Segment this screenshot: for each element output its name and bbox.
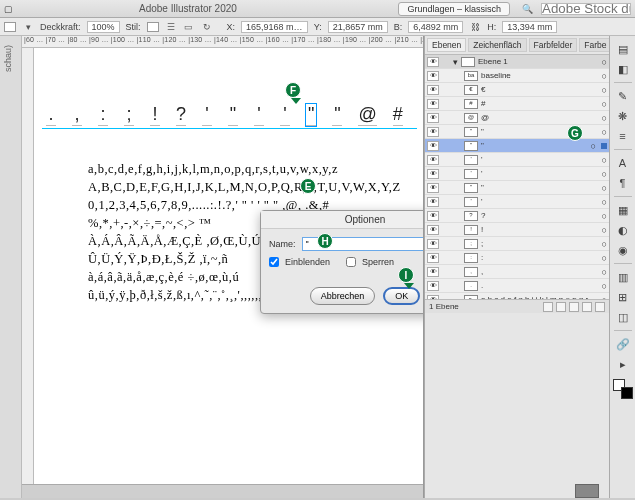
text-line[interactable]: A,B,C,D,E,F,G,H,I,J,K,L,M,N,O,P,Q,R,S,T,… [88, 180, 401, 195]
target-icon[interactable]: ○ [602, 169, 607, 179]
glyph-cell[interactable]: ! [150, 104, 160, 126]
layer-name[interactable]: : [481, 253, 599, 262]
layer-name[interactable]: ' [481, 155, 599, 164]
layer-name[interactable]: ! [481, 225, 599, 234]
layer-row[interactable]: 👁€€○ [425, 83, 609, 97]
layer-name[interactable]: ' [481, 169, 599, 178]
tab-swatches[interactable]: Farbfelder [529, 38, 578, 52]
layer-row[interactable]: 👁..○ [425, 279, 609, 293]
visibility-icon[interactable]: 👁 [427, 71, 439, 81]
visibility-icon[interactable]: 👁 [427, 85, 439, 95]
layer-name[interactable]: . [481, 281, 599, 290]
target-icon[interactable]: ○ [602, 239, 607, 249]
opacity-value[interactable]: 100% [87, 21, 120, 33]
target-icon[interactable]: ○ [602, 85, 607, 95]
stroke-icon[interactable]: ≡ [613, 127, 633, 145]
layer-name[interactable]: ' [481, 197, 599, 206]
w-value[interactable]: 6,4892 mm [408, 21, 463, 33]
stock-search-input[interactable] [541, 3, 631, 15]
layer-row[interactable]: 👁,,○ [425, 265, 609, 279]
tab-artboards[interactable]: Zeichenfläch [468, 38, 526, 52]
canvas[interactable]: |60 … |70 … |80 … |90 … |100 … |110 … |1… [22, 36, 424, 498]
target-icon[interactable]: ○ [602, 113, 607, 123]
target-icon[interactable]: ○ [602, 281, 607, 291]
visibility-icon[interactable]: 👁 [427, 281, 439, 291]
visibility-icon[interactable]: 👁 [427, 141, 439, 151]
transform-icon[interactable]: ↻ [201, 21, 213, 33]
locate-icon[interactable] [543, 302, 553, 312]
ok-button[interactable]: OK [383, 287, 420, 305]
text-line[interactable]: à,á,â,ã,ä,å,æ,ç,è,é ÷,ø,œ,ù,ú [88, 270, 239, 285]
links-icon[interactable]: 🔗 [613, 335, 633, 353]
layer-row[interactable]: 👁::○ [425, 251, 609, 265]
target-icon[interactable]: ○ [602, 155, 607, 165]
actions-icon[interactable]: ▸ [613, 355, 633, 373]
document-tab-label[interactable]: schau) [3, 45, 13, 72]
glyph-cell[interactable]: " [228, 104, 238, 126]
type-icon[interactable]: A [613, 154, 633, 172]
target-icon[interactable]: ○ [602, 197, 607, 207]
visibility-icon[interactable]: 👁 [427, 253, 439, 263]
chevron-down-icon[interactable]: ▾ [22, 21, 34, 33]
new-layer-icon[interactable] [569, 302, 579, 312]
glyph-cell[interactable]: . [46, 104, 56, 126]
color-icon[interactable]: ◧ [613, 60, 633, 78]
layer-row[interactable]: 👁@@○ [425, 111, 609, 125]
visibility-icon[interactable]: 👁 [427, 99, 439, 109]
visibility-icon[interactable]: 👁 [427, 225, 439, 235]
new-layer2-icon[interactable] [582, 302, 592, 312]
visibility-icon[interactable]: 👁 [427, 113, 439, 123]
target-icon[interactable]: ○ [602, 71, 607, 81]
appearance-icon[interactable]: ◉ [613, 241, 633, 259]
text-line[interactable]: À,Á,Â,Ã,Ä,Å,Æ,Ç,È ,Ø,Œ,Ù,Ú [88, 234, 261, 249]
layer-row[interactable]: 👁""○ [425, 181, 609, 195]
layer-row[interactable]: 👁!!○ [425, 223, 609, 237]
layer-name[interactable]: ; [481, 239, 599, 248]
target-icon[interactable]: ○ [602, 267, 607, 277]
align-icon[interactable]: ☰ [165, 21, 177, 33]
layer-row[interactable]: 👁''○ [425, 195, 609, 209]
properties-icon[interactable]: ▤ [613, 40, 633, 58]
target-icon[interactable]: ○ [602, 57, 607, 67]
layer-row[interactable]: 👁babaseline○ [425, 69, 609, 83]
visibility-icon[interactable]: 👁 [427, 267, 439, 277]
transparency-icon[interactable]: ◐ [613, 221, 633, 239]
target-icon[interactable]: ○ [602, 211, 607, 221]
glyph-cell[interactable]: ' [202, 104, 212, 126]
layer-row-top[interactable]: 👁 ▾ Ebene 1 ○ [425, 55, 609, 69]
y-value[interactable]: 21,8657 mm [328, 21, 388, 33]
layer-name[interactable]: ? [481, 211, 599, 220]
cancel-button[interactable]: Abbrechen [310, 287, 376, 305]
visibility-icon[interactable]: 👁 [427, 127, 439, 137]
glyph-cell[interactable]: ' [254, 104, 264, 126]
layer-row[interactable]: 👁''○ [425, 167, 609, 181]
lock-checkbox[interactable] [346, 257, 356, 267]
visibility-icon[interactable]: 👁 [427, 169, 439, 179]
layer-row[interactable]: 👁''○ [425, 153, 609, 167]
shape-icon[interactable]: ▭ [183, 21, 195, 33]
glyph-cell[interactable]: @ [358, 104, 376, 126]
show-checkbox[interactable] [269, 257, 279, 267]
text-line[interactable]: %,*,+,-,×,÷,=,~,<,> ™ [88, 216, 212, 231]
layer-name[interactable]: , [481, 267, 599, 276]
glyph-cell[interactable]: ? [176, 104, 186, 126]
fill-stroke-swatch[interactable] [613, 379, 633, 399]
visibility-icon[interactable]: 👁 [427, 183, 439, 193]
visibility-icon[interactable]: 👁 [427, 57, 439, 67]
glyph-cell[interactable]: , [72, 104, 82, 126]
visibility-icon[interactable]: 👁 [427, 197, 439, 207]
visibility-icon[interactable]: 👁 [427, 155, 439, 165]
trash-icon[interactable] [595, 302, 605, 312]
target-icon[interactable]: ○ [602, 253, 607, 263]
transform-icon2[interactable]: ⊞ [613, 288, 633, 306]
visibility-icon[interactable]: 👁 [427, 239, 439, 249]
glyph-cell[interactable]: " [306, 104, 316, 126]
text-line[interactable]: a,b,c,d,e,f,g,h,i,j,k,l,m,n,o,p,q,r,s,t,… [88, 162, 338, 177]
layer-name[interactable]: @ [481, 113, 599, 122]
new-sublayer-icon[interactable] [556, 302, 566, 312]
layer-name[interactable]: " [481, 183, 599, 192]
glyph-cell[interactable]: : [98, 104, 108, 126]
layer-name[interactable]: € [481, 85, 599, 94]
target-icon[interactable]: ○ [602, 183, 607, 193]
glyph-cell[interactable]: " [332, 104, 342, 126]
